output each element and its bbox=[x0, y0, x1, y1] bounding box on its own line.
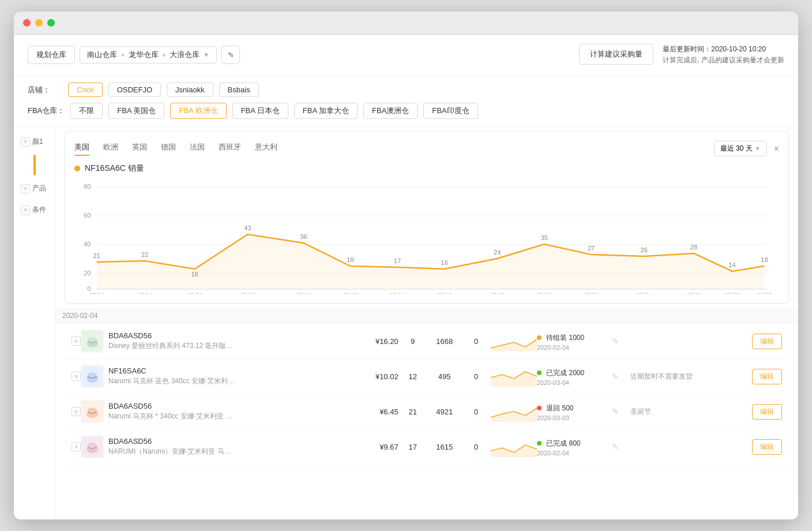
fba-filter-row: FBA仓库： 不限 FBA 美国仓 FBA 欧洲仓 FBA 日本仓 FBA 加拿… bbox=[28, 103, 784, 119]
product-info-2: NF16SA6C Narumi 马克杯 蓝色 340cc 安娜·艾米利亚 ... bbox=[104, 367, 352, 386]
svg-text:27: 27 bbox=[588, 245, 595, 252]
warehouse-3: 大浪仓库 bbox=[170, 50, 200, 60]
name-2: Narumi 马克杯 蓝色 340cc 安娜·艾米利亚 ... bbox=[108, 376, 235, 386]
edit-btn-2[interactable]: 编辑 bbox=[752, 369, 782, 384]
svg-text:05/14: 05/14 bbox=[390, 293, 405, 294]
expand-row-1[interactable]: > bbox=[72, 336, 81, 346]
warehouse-2: 龙华仓库 bbox=[129, 50, 159, 60]
status-date-4: 2020-02-04 bbox=[537, 450, 612, 457]
expand-row-3[interactable]: > bbox=[72, 407, 81, 416]
plan-warehouse-btn[interactable]: 规划仓库 bbox=[28, 46, 75, 64]
num3-2: 0 bbox=[462, 372, 491, 381]
svg-text:21: 21 bbox=[93, 252, 100, 259]
tab-spain[interactable]: 西班牙 bbox=[219, 142, 241, 156]
svg-text:0: 0 bbox=[87, 285, 91, 292]
svg-text:05/08: 05/08 bbox=[240, 293, 255, 294]
svg-text:18: 18 bbox=[347, 256, 354, 263]
tab-usa[interactable]: 美国 bbox=[74, 142, 89, 156]
svg-text:16: 16 bbox=[441, 259, 448, 266]
edit-icon: ✎ bbox=[228, 51, 234, 59]
expand-icon-1[interactable]: > bbox=[21, 137, 30, 147]
edit-btn-1[interactable]: 编辑 bbox=[752, 334, 782, 349]
filters: 店铺： Cnck OSDEFJO Jsniaokk Bsbais FBA仓库： … bbox=[14, 76, 798, 126]
expand-row-4[interactable]: > bbox=[72, 442, 81, 451]
svg-text:40: 40 bbox=[84, 241, 91, 248]
note-2: 近期暂时不需要发货 bbox=[630, 372, 752, 382]
store-osdefjo[interactable]: OSDEFJO bbox=[108, 83, 161, 97]
tab-europe[interactable]: 欧洲 bbox=[103, 142, 118, 156]
table-area: > BDA6ASD56 Disney 爱丽丝经典系列 473.12 毫 bbox=[55, 324, 798, 519]
edit-btn-3[interactable]: 编辑 bbox=[752, 404, 782, 420]
status-1: 待组装 1000 2020-02-04 bbox=[537, 332, 612, 351]
chevron-down-icon: ▼ bbox=[755, 145, 761, 152]
table-row[interactable]: > NF16SA6C Narumi 马克杯 蓝色 340cc 安娜·艾 bbox=[65, 359, 789, 394]
table-row[interactable]: > BDA6ASD56 Narumi 马克杯 * 340cc 安娜·艾 bbox=[65, 394, 789, 429]
mini-chart-2 bbox=[491, 366, 537, 387]
date-range-btn[interactable]: 最近 30 天 ▼ bbox=[714, 141, 767, 156]
sidebar-orange-bar bbox=[33, 155, 36, 175]
sidebar-row-3[interactable]: > 条件 bbox=[14, 199, 55, 220]
edit-pencil-4[interactable]: ✎ bbox=[612, 442, 630, 451]
minimize-button[interactable] bbox=[35, 19, 43, 27]
store-cnck[interactable]: Cnck bbox=[68, 83, 103, 97]
date-separator: 2020-02-04 bbox=[55, 308, 798, 324]
mini-chart-4 bbox=[491, 436, 537, 457]
edit-pencil-3[interactable]: ✎ bbox=[612, 407, 630, 416]
fba-india[interactable]: FBA印度仓 bbox=[423, 103, 478, 119]
sidebar-label-3: 条件 bbox=[32, 205, 46, 215]
fba-canada[interactable]: FBA 加拿大仓 bbox=[294, 103, 358, 119]
price-1: ¥16.20 bbox=[352, 337, 399, 346]
store-filter-row: 店铺： Cnck OSDEFJO Jsniaokk Bsbais bbox=[28, 83, 784, 97]
fba-australia[interactable]: FBA澳洲仓 bbox=[363, 103, 418, 119]
status-text-4: 已完成 800 bbox=[546, 439, 580, 447]
edit-pencil-2[interactable]: ✎ bbox=[612, 372, 630, 381]
main-panel: 美国 欧洲 英国 德国 法国 西班牙 意大利 最近 30 天 bbox=[55, 126, 798, 519]
svg-text:18: 18 bbox=[761, 256, 768, 263]
sku-2: NF16SA6C bbox=[108, 367, 352, 375]
close-button[interactable] bbox=[23, 19, 31, 27]
store-jsniaokk[interactable]: Jsniaokk bbox=[167, 83, 213, 97]
tab-uk[interactable]: 英国 bbox=[132, 142, 147, 156]
sidebar-label-2: 产品 bbox=[32, 184, 46, 193]
num3-3: 0 bbox=[462, 407, 491, 416]
fba-japan[interactable]: FBA 日本仓 bbox=[232, 103, 288, 119]
update-hint: 计算完成后, 产品的建议采购量才会更新 bbox=[663, 55, 784, 66]
fullscreen-button[interactable] bbox=[47, 19, 55, 27]
sales-chart: 80 60 40 20 0 bbox=[74, 178, 779, 294]
svg-text:05/12: 05/12 bbox=[343, 293, 358, 294]
mini-chart-1 bbox=[491, 331, 537, 351]
sidebar-row-2[interactable]: > 产品 bbox=[14, 178, 55, 199]
edit-btn-4[interactable]: 编辑 bbox=[752, 439, 782, 455]
sidebar-left: > 颜1 > 产品 > 条件 bbox=[14, 126, 55, 519]
expand-icon-3[interactable]: > bbox=[21, 205, 30, 215]
app-window: 规划仓库 南山仓库 + 龙华仓库 + 大浪仓库 ▼ ✎ 计算建议采购量 最后更新… bbox=[14, 12, 798, 519]
warehouse-selector[interactable]: 南山仓库 + 龙华仓库 + 大浪仓库 ▼ bbox=[80, 46, 217, 63]
fba-unlimited[interactable]: 不限 bbox=[70, 103, 103, 119]
mini-chart-3 bbox=[491, 401, 537, 422]
table-row[interactable]: > BDA6ASD56 NARUMI（Narumi）安娜·艾米利亚 马 bbox=[65, 429, 789, 465]
tab-germany[interactable]: 德国 bbox=[161, 142, 176, 156]
chart-close-btn[interactable]: × bbox=[774, 144, 779, 154]
fba-usa[interactable]: FBA 美国仓 bbox=[108, 103, 164, 119]
sidebar-row-1[interactable]: > 颜1 bbox=[14, 131, 55, 152]
status-dot-2 bbox=[537, 371, 542, 375]
expand-icon-2[interactable]: > bbox=[21, 184, 30, 193]
note-3: 圣诞节 bbox=[630, 407, 752, 417]
num3-1: 0 bbox=[462, 337, 491, 346]
table-row[interactable]: > BDA6ASD56 Disney 爱丽丝经典系列 473.12 毫 bbox=[65, 324, 789, 359]
calc-btn[interactable]: 计算建议采购量 bbox=[579, 44, 653, 65]
country-tabs: 美国 欧洲 英国 德国 法国 西班牙 意大利 bbox=[74, 142, 277, 156]
status-date-3: 2020-03-03 bbox=[537, 414, 612, 421]
chart-title-row: NF16SA6C 销量 bbox=[74, 163, 779, 174]
expand-row-2[interactable]: > bbox=[72, 372, 81, 381]
edit-warehouse-btn[interactable]: ✎ bbox=[221, 46, 240, 64]
tab-france[interactable]: 法国 bbox=[190, 142, 205, 156]
store-bsbais[interactable]: Bsbais bbox=[219, 83, 259, 97]
chart-header: 美国 欧洲 英国 德国 法国 西班牙 意大利 最近 30 天 bbox=[74, 141, 779, 156]
edit-pencil-1[interactable]: ✎ bbox=[612, 336, 630, 346]
svg-text:22: 22 bbox=[141, 251, 148, 258]
num2-2: 495 bbox=[427, 372, 462, 381]
tab-italy[interactable]: 意大利 bbox=[255, 142, 277, 156]
fba-europe[interactable]: FBA 欧洲仓 bbox=[170, 103, 226, 119]
svg-text:06/02: 06/02 bbox=[757, 293, 772, 294]
